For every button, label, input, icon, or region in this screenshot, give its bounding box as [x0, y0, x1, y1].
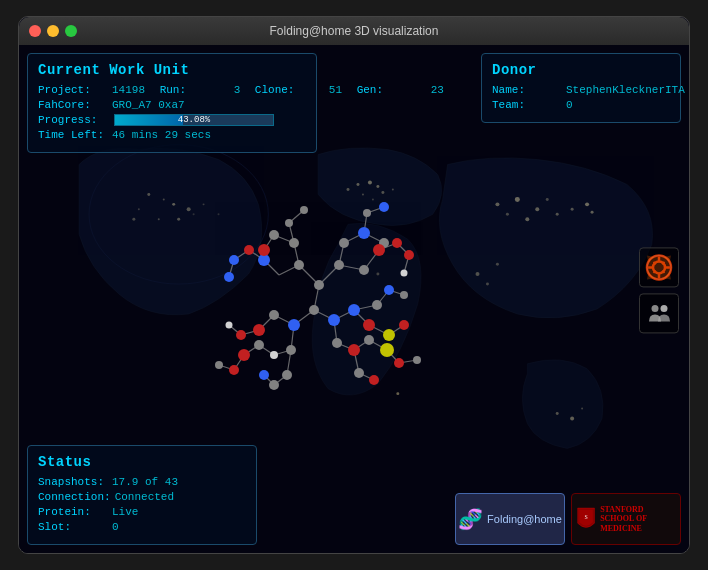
folding-logo[interactable]: 🧬 Folding@home	[455, 493, 565, 545]
clone-label: Clone:	[255, 84, 325, 96]
close-button[interactable]	[29, 25, 41, 37]
svg-point-156	[661, 305, 668, 312]
project-label: Project:	[38, 84, 108, 96]
snapshots-label: Snapshots:	[38, 476, 108, 488]
minimize-button[interactable]	[47, 25, 59, 37]
donor-name-label: Name:	[492, 84, 562, 96]
stanford-line2: SCHOOL OF MEDICINE	[600, 514, 676, 533]
donor-name-row: Name: StephenKlecknerITA	[492, 84, 670, 96]
people-icon-button[interactable]	[639, 293, 679, 333]
fahcore-label: FahCore:	[38, 99, 108, 111]
protein-value: Live	[112, 506, 138, 518]
svg-point-37	[396, 392, 399, 395]
snapshots-value: 17.9 of 43	[112, 476, 178, 488]
timeleft-label: Time Left:	[38, 129, 108, 141]
donor-panel: Donor Name: StephenKlecknerITA Team: 0	[481, 53, 681, 123]
progress-bar: 43.08%	[114, 114, 274, 126]
window-title: Folding@home 3D visualization	[270, 24, 439, 38]
clone-value: 51	[329, 84, 342, 96]
protein-label: Protein:	[38, 506, 108, 518]
work-unit-title: Current Work Unit	[38, 62, 306, 78]
stanford-line1: STANFORD	[600, 505, 676, 515]
lifebuoy-icon-button[interactable]	[639, 247, 679, 287]
connection-value: Connected	[115, 491, 174, 503]
window-controls	[29, 25, 77, 37]
fahcore-value: GRO_A7 0xa7	[112, 99, 185, 111]
gen-value: 23	[431, 84, 444, 96]
donor-team-value: 0	[566, 99, 573, 111]
progress-text: 43.08%	[178, 115, 210, 125]
protein-row: Protein: Live	[38, 506, 246, 518]
status-panel: Status Snapshots: 17.9 of 43 Connection:…	[27, 445, 257, 545]
work-unit-panel: Current Work Unit Project: 14198 Run: 3 …	[27, 53, 317, 153]
stanford-text-block: STANFORD SCHOOL OF MEDICINE	[600, 505, 676, 534]
stanford-shield-icon: S	[576, 505, 596, 533]
timeleft-row: Time Left: 46 mins 29 secs	[38, 129, 306, 141]
main-content: Current Work Unit Project: 14198 Run: 3 …	[19, 45, 689, 553]
fahcore-row: FahCore: GRO_A7 0xa7	[38, 99, 306, 111]
bottom-logos: 🧬 Folding@home S STANFORD SCHOOL OF MEDI…	[455, 493, 681, 545]
progress-fill	[115, 115, 183, 125]
project-row: Project: 14198 Run: 3 Clone: 51 Gen: 23	[38, 84, 306, 96]
folding-logo-text: Folding@home	[487, 513, 562, 525]
donor-team-label: Team:	[492, 99, 562, 111]
folding-icon: 🧬	[458, 507, 483, 532]
project-value: 14198	[112, 84, 145, 96]
donor-title: Donor	[492, 62, 670, 78]
run-value: 3	[234, 84, 241, 96]
connection-row: Connection: Connected	[38, 491, 246, 503]
svg-point-155	[652, 305, 659, 312]
titlebar: Folding@home 3D visualization	[19, 17, 689, 45]
stanford-logo: S STANFORD SCHOOL OF MEDICINE	[571, 493, 681, 545]
right-icon-panel	[639, 247, 679, 333]
donor-team-row: Team: 0	[492, 99, 670, 111]
gen-label: Gen:	[357, 84, 427, 96]
run-label: Run:	[160, 84, 230, 96]
slot-value: 0	[112, 521, 119, 533]
progress-row: Progress: 43.08%	[38, 114, 306, 126]
progress-label: Progress:	[38, 114, 108, 126]
slot-row: Slot: 0	[38, 521, 246, 533]
timeleft-value: 46 mins 29 secs	[112, 129, 211, 141]
status-title: Status	[38, 454, 246, 470]
connection-label: Connection:	[38, 491, 111, 503]
slot-label: Slot:	[38, 521, 108, 533]
maximize-button[interactable]	[65, 25, 77, 37]
donor-name-value: StephenKlecknerITA	[566, 84, 685, 96]
svg-text:S: S	[584, 514, 587, 520]
snapshots-row: Snapshots: 17.9 of 43	[38, 476, 246, 488]
main-window: Folding@home 3D visualization	[18, 16, 690, 554]
